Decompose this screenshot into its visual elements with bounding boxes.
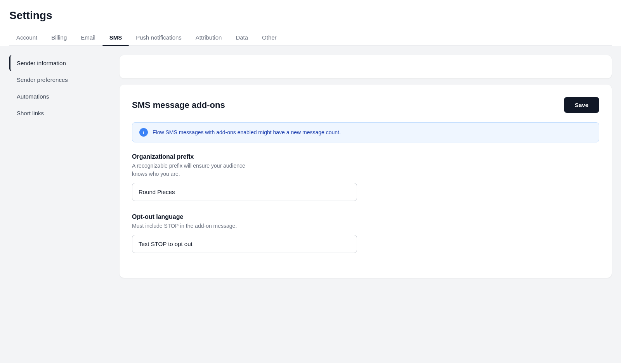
org-prefix-input[interactable]	[132, 183, 357, 201]
sms-addons-card: SMS message add-ons Save i Flow SMS mess…	[120, 85, 612, 278]
info-icon: i	[139, 128, 148, 137]
tabs-nav: Account Billing Email SMS Push notificat…	[9, 29, 612, 46]
tab-account[interactable]: Account	[9, 29, 44, 45]
info-banner: i Flow SMS messages with add-ons enabled…	[132, 122, 599, 142]
sidebar-item-sender-preferences[interactable]: Sender preferences	[9, 72, 110, 88]
opt-out-label: Opt-out language	[132, 213, 599, 220]
opt-out-description: Must include STOP in the add-on message.	[132, 222, 599, 230]
save-button[interactable]: Save	[564, 97, 599, 113]
opt-out-input[interactable]	[132, 235, 357, 253]
sidebar-item-sender-information[interactable]: Sender information	[9, 55, 110, 71]
tab-billing[interactable]: Billing	[44, 29, 74, 45]
sidebar-item-automations[interactable]: Automations	[9, 88, 110, 104]
tab-other[interactable]: Other	[255, 29, 284, 45]
info-banner-text: Flow SMS messages with add-ons enabled m…	[153, 129, 341, 135]
sidebar: Sender information Sender preferences Au…	[9, 55, 110, 354]
sidebar-item-short-links[interactable]: Short links	[9, 105, 110, 121]
org-prefix-field-group: Organizational prefix A recognizable pre…	[132, 153, 599, 201]
card-header: SMS message add-ons Save	[132, 97, 599, 113]
tab-email[interactable]: Email	[74, 29, 102, 45]
main-content: SMS message add-ons Save i Flow SMS mess…	[120, 55, 612, 354]
top-placeholder-card	[120, 55, 612, 78]
org-prefix-description: A recognizable prefix will ensure your a…	[132, 162, 599, 178]
card-title: SMS message add-ons	[132, 100, 225, 110]
tab-sms[interactable]: SMS	[102, 29, 129, 45]
page-wrapper: Settings Account Billing Email SMS Push …	[0, 0, 621, 364]
tab-push-notifications[interactable]: Push notifications	[129, 29, 189, 45]
tab-data[interactable]: Data	[229, 29, 255, 45]
page-header: Settings Account Billing Email SMS Push …	[0, 0, 621, 46]
tab-attribution[interactable]: Attribution	[189, 29, 229, 45]
org-prefix-label: Organizational prefix	[132, 153, 599, 160]
page-title: Settings	[9, 9, 612, 22]
opt-out-field-group: Opt-out language Must include STOP in th…	[132, 213, 599, 253]
content-area: Sender information Sender preferences Au…	[0, 46, 621, 363]
